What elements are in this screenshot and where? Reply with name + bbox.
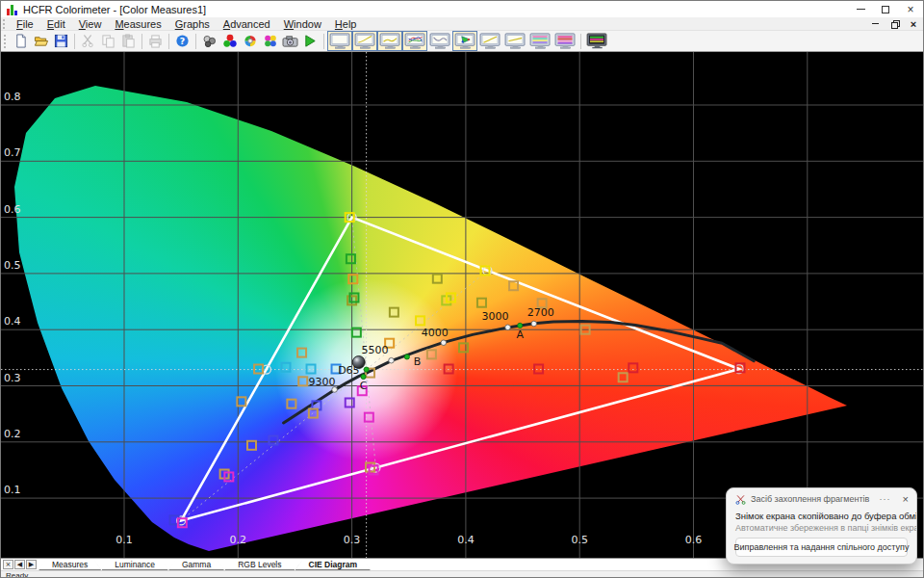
temp-point-2700: [531, 321, 537, 327]
cie-diagram-overlay: 93005500400030002700ABCD650.10.20.30.40.…: [1, 52, 924, 558]
snipping-tool-toast: Засіб захоплення фрагментів ··· × Знімок…: [726, 487, 917, 565]
mdi-restore-button[interactable]: [888, 18, 900, 29]
view-line2-button[interactable]: [502, 31, 527, 51]
temp-point-4000: [441, 340, 447, 346]
measurement-square: [427, 350, 436, 358]
menu-help[interactable]: Help: [328, 17, 364, 31]
rgb-balls-icon[interactable]: [219, 32, 240, 51]
tab-next-button[interactable]: ▶: [26, 560, 37, 569]
measurement-square: [629, 363, 637, 372]
temp-label-9300: 9300: [309, 376, 336, 388]
toolbar-grip: [4, 35, 8, 48]
measurement-square: [287, 400, 295, 408]
tab-rgb-levels[interactable]: RGB Levels: [224, 559, 295, 570]
toast-more-icon[interactable]: ···: [880, 494, 891, 504]
measurement-square: [477, 299, 486, 307]
view-blank-button[interactable]: [327, 31, 352, 51]
menu-view[interactable]: View: [72, 17, 109, 31]
view-wave-button[interactable]: [377, 31, 402, 51]
illuminant-point-D65: [364, 367, 369, 372]
snipping-tool-icon: [735, 494, 746, 505]
measurement-square: [254, 365, 263, 374]
temp-label-5500: 5500: [362, 344, 389, 356]
menu-advanced[interactable]: Advanced: [217, 17, 277, 31]
view-cie-button[interactable]: [452, 31, 477, 51]
toast-close-icon[interactable]: ×: [903, 493, 909, 505]
measurement-square: [348, 275, 357, 283]
app-window: HCFR Colorimeter - [Color Measures1] × F…: [0, 0, 924, 578]
tab-prev-button[interactable]: ◀: [14, 560, 25, 569]
measurement-square: [269, 436, 277, 445]
x-tick-label: 0.4: [457, 534, 475, 546]
sensor-icon[interactable]: [199, 32, 219, 51]
menu-edit[interactable]: Edit: [40, 17, 72, 31]
illuminant-label-B: B: [414, 355, 422, 368]
mdi-close-button[interactable]: ×: [908, 18, 919, 29]
maximize-button[interactable]: [873, 1, 898, 17]
toast-subtitle: Автоматичне збереження в папці знімків е…: [727, 521, 916, 533]
measurement-square: [365, 413, 373, 422]
app-icon: [7, 4, 18, 15]
menu-graphs[interactable]: Graphs: [168, 17, 217, 31]
status-text: Ready: [6, 571, 28, 578]
tab-luminance[interactable]: Luminance: [101, 559, 168, 570]
color-wheel-icon[interactable]: [240, 32, 260, 51]
copy-icon: [98, 32, 118, 51]
illuminant-point-B: [404, 355, 409, 359]
view-noise-button[interactable]: [552, 31, 578, 51]
toast-edit-share-button[interactable]: Виправлення та надання спільного доступу: [735, 538, 908, 557]
save-file-icon[interactable]: [51, 32, 71, 51]
view-dip-button[interactable]: [427, 31, 452, 51]
illuminant-label-A: A: [516, 328, 524, 341]
measurement-square: [390, 308, 398, 317]
measurement-square: [619, 373, 628, 381]
x-tick-label: 0.5: [571, 534, 588, 546]
view-rise-button[interactable]: [352, 31, 377, 51]
menu-file[interactable]: File: [10, 17, 40, 31]
tab-gamma[interactable]: Gamma: [168, 559, 224, 570]
menu-measures[interactable]: Measures: [108, 17, 167, 31]
toast-title: Знімок екрана скопійовано до буфера обмі…: [727, 505, 916, 521]
camera-icon[interactable]: [280, 32, 300, 51]
menu-grip: [3, 19, 7, 29]
toolbar: ?: [1, 31, 923, 52]
menu-bar: FileEditViewMeasuresGraphsAdvancedWindow…: [1, 17, 923, 31]
measurement-square: [281, 363, 290, 372]
view-line1-button[interactable]: [477, 31, 502, 51]
open-file-icon[interactable]: [31, 32, 51, 51]
menu-window[interactable]: Window: [277, 17, 328, 31]
temp-label-3000: 3000: [482, 310, 509, 323]
window-title: HCFR Colorimeter - [Color Measures1]: [23, 4, 206, 15]
tab-cie-diagram[interactable]: CIE Diagram: [295, 559, 372, 570]
toast-app-name: Засіб захоплення фрагментів: [751, 494, 875, 504]
measurement-square: [349, 293, 358, 302]
minimize-button[interactable]: [848, 1, 873, 17]
tab-close-button[interactable]: ×: [3, 560, 13, 569]
x-tick-label: 0.2: [230, 534, 247, 546]
status-bar: Ready: [1, 570, 923, 578]
x-tick-label: 0.3: [344, 534, 361, 546]
run-icon[interactable]: [300, 32, 321, 51]
view-stripes-button[interactable]: [527, 31, 552, 51]
y-tick-label: 0.8: [4, 91, 21, 103]
close-button[interactable]: ×: [898, 1, 923, 17]
measurement-square: [307, 365, 316, 374]
y-tick-label: 0.6: [4, 203, 21, 216]
y-tick-label: 0.7: [4, 146, 21, 159]
measurement-square: [445, 365, 453, 374]
measurement-square: [534, 365, 543, 374]
tab-measures[interactable]: Measures: [38, 559, 101, 570]
help-icon[interactable]: ?: [172, 32, 192, 51]
palette-icon[interactable]: [260, 32, 280, 51]
measurement-square: [346, 398, 354, 407]
illuminant-point-C: [361, 374, 366, 379]
mdi-minimize-button[interactable]: [869, 18, 881, 29]
new-file-icon[interactable]: [11, 32, 31, 51]
measurement-square: [297, 349, 306, 357]
view-multi-button[interactable]: [402, 31, 427, 51]
y-tick-label: 0.5: [4, 259, 21, 272]
temp-point-5500: [389, 357, 395, 363]
y-tick-label: 0.1: [4, 484, 21, 496]
illuminant-point-A: [518, 323, 523, 328]
view-dark-button[interactable]: [584, 31, 609, 51]
